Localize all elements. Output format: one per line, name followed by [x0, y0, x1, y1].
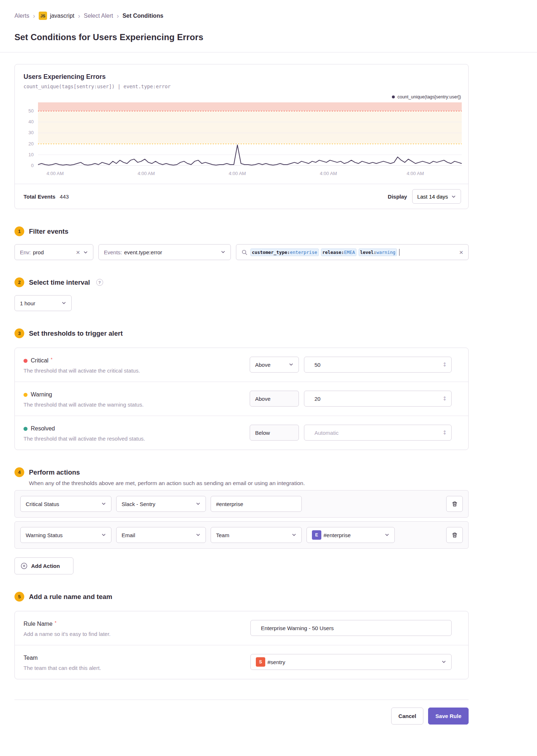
resolved-threshold-input[interactable] — [309, 425, 446, 440]
clear-search-icon[interactable]: × — [459, 249, 463, 256]
action-channel-input[interactable] — [211, 501, 301, 507]
cancel-button[interactable]: Cancel — [391, 708, 423, 725]
action-team-value: #enterprise — [324, 532, 351, 538]
team-description: The team that can edit this alert. — [24, 665, 101, 671]
action-row-critical: Critical Status Slack - Sentry — [14, 490, 469, 518]
section-title: Set thresholds to trigger alert — [29, 330, 123, 337]
token-key: release: — [322, 250, 344, 255]
condition-value: Above — [255, 362, 271, 368]
save-rule-button[interactable]: Save Rule — [428, 708, 469, 725]
threshold-description: The threshold that will activate the cri… — [24, 368, 140, 374]
search-token[interactable]: level:warning — [359, 249, 397, 256]
event-types-select-label: Events: — [104, 249, 122, 255]
critical-status-dot — [24, 359, 28, 363]
chevron-down-icon — [101, 532, 106, 537]
delete-action-button[interactable] — [446, 496, 463, 512]
chevron-down-icon — [101, 501, 106, 506]
rule-name-input-wrap — [250, 620, 452, 636]
rule-name-row: Rule Name * Add a name so it's easy to f… — [15, 611, 468, 645]
search-icon — [241, 249, 248, 255]
resolved-threshold-input-wrap: ↕ — [304, 425, 452, 441]
time-interval-value: 1 hour — [20, 300, 35, 306]
add-action-button[interactable]: Add Action — [14, 557, 73, 574]
chart-title: Users Experiencing Errors — [24, 73, 460, 81]
total-events-value: 443 — [60, 194, 69, 200]
chevron-down-icon — [385, 532, 389, 537]
action-trigger-select[interactable]: Warning Status — [20, 527, 111, 543]
threshold-description: The threshold that will activate the res… — [24, 436, 145, 442]
time-interval-select[interactable]: 1 hour — [14, 295, 72, 311]
stepper-icon[interactable]: ↕ — [442, 429, 447, 436]
section-title: Add a rule name and team — [29, 593, 112, 601]
total-events-label: Total Events — [24, 194, 55, 200]
chevron-down-icon — [196, 532, 200, 537]
resolved-condition-button[interactable]: Below — [250, 425, 299, 441]
chart-panel: Users Experiencing Errors count_unique(t… — [14, 64, 469, 209]
critical-threshold-input-wrap: ↕ — [304, 357, 452, 373]
add-action-label: Add Action — [31, 563, 60, 569]
warning-condition-button[interactable]: Above — [250, 391, 299, 407]
clear-environment-icon[interactable]: × — [76, 249, 80, 256]
delete-action-button[interactable] — [446, 527, 463, 543]
stepper-icon[interactable]: ↕ — [442, 395, 447, 402]
action-service-select[interactable]: Slack - Sentry — [116, 496, 206, 512]
chart-y-axis: 50403020100 — [19, 102, 34, 166]
search-token[interactable]: release:EMEA — [321, 249, 356, 256]
display-range-dropdown[interactable]: Last 14 days — [412, 189, 461, 204]
chevron-right-icon: › — [78, 13, 80, 19]
action-trigger-value: Warning Status — [26, 532, 63, 538]
stepper-icon[interactable]: ↕ — [442, 361, 447, 368]
required-asterisk: * — [55, 620, 56, 625]
action-team-select[interactable]: E #enterprise — [306, 527, 395, 543]
breadcrumb-project-label: javascript — [50, 13, 75, 19]
action-target-type-select[interactable]: Team — [211, 527, 302, 543]
chevron-down-icon — [83, 250, 88, 255]
team-avatar: S — [256, 657, 265, 667]
search-token[interactable]: customer_type:enterprise — [250, 249, 319, 256]
chevron-down-icon — [451, 194, 456, 199]
event-types-select[interactable]: Events: event.type:error — [98, 244, 231, 260]
page-title: Set Conditions for Users Experiencing Er… — [14, 32, 537, 42]
page-header: Set Conditions for Users Experiencing Er… — [0, 20, 537, 52]
chart-footer: Total Events 443 Display Last 14 days — [15, 184, 468, 209]
team-label: Team — [24, 655, 38, 661]
warning-threshold-input-wrap: ↕ — [304, 391, 452, 407]
token-value: enterprise — [290, 250, 317, 255]
help-icon[interactable]: ? — [96, 279, 103, 286]
token-key: customer_type: — [252, 250, 290, 255]
breadcrumb-select-alert[interactable]: Select Alert — [84, 13, 113, 19]
token-key: level: — [360, 250, 376, 255]
rule-name-input[interactable] — [256, 620, 446, 636]
action-service-select[interactable]: Email — [116, 527, 206, 543]
section-rule-name-team: 5 Add a rule name and team Rule Name * A… — [14, 592, 469, 679]
environment-select[interactable]: Env: prod × — [14, 244, 93, 260]
step-2-badge: 2 — [14, 277, 24, 287]
critical-threshold-input[interactable] — [309, 357, 446, 372]
action-trigger-select[interactable]: Critical Status — [20, 496, 111, 512]
event-types-select-value: event.type:error — [124, 249, 162, 255]
y-axis-tick: 40 — [29, 119, 34, 124]
team-select[interactable]: S #sentry — [250, 654, 452, 670]
team-select-value: #sentry — [267, 659, 285, 665]
step-5-badge: 5 — [14, 592, 24, 602]
chart-legend: count_unique(tags[sentry:user]) — [15, 89, 468, 101]
critical-threshold-row: Critical * The threshold that will activ… — [15, 348, 468, 382]
trash-icon — [452, 501, 458, 507]
y-axis-tick: 0 — [31, 163, 34, 168]
rule-name-description: Add a name so it's easy to find later. — [24, 631, 111, 637]
chart-plot: 50403020100 — [38, 102, 462, 166]
y-axis-tick: 20 — [29, 141, 34, 146]
chart-x-axis: 4:00 AM4:00 AM4:00 AM4:00 AM4:00 AM — [38, 169, 462, 179]
critical-condition-select[interactable]: Above — [250, 357, 299, 373]
filter-search-input[interactable]: customer_type:enterprise release:EMEA le… — [236, 244, 469, 260]
condition-value: Above — [255, 396, 271, 402]
rule-name-label: Rule Name — [24, 621, 52, 627]
section-thresholds: 3 Set thresholds to trigger alert Critic… — [14, 328, 469, 450]
breadcrumb-current: Set Conditions — [122, 13, 163, 19]
environment-select-label: Env: — [20, 249, 31, 255]
resolved-status-dot — [24, 427, 28, 431]
section-title: Select time interval — [29, 279, 90, 286]
breadcrumb-alerts[interactable]: Alerts — [14, 13, 29, 19]
warning-threshold-input[interactable] — [309, 391, 446, 406]
breadcrumb-project[interactable]: JS javascript — [39, 12, 75, 20]
